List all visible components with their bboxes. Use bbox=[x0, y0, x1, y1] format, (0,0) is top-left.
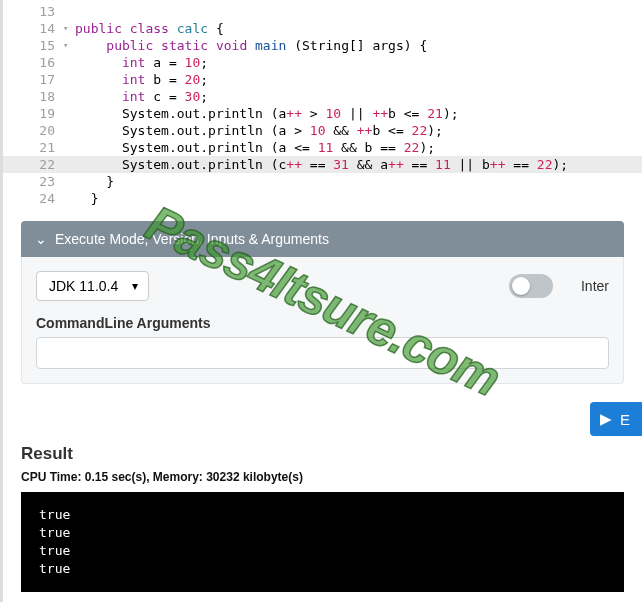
result-heading: Result bbox=[21, 444, 624, 464]
code-line[interactable]: 23 } bbox=[3, 173, 642, 190]
line-number: 23 bbox=[3, 173, 63, 190]
line-number: 22 bbox=[3, 156, 63, 173]
code-editor[interactable]: 1314▾public class calc {15▾ public stati… bbox=[3, 0, 642, 207]
line-number: 18 bbox=[3, 88, 63, 105]
code-text: System.out.println (a++ > 10 || ++b <= 2… bbox=[75, 105, 459, 122]
line-number: 17 bbox=[3, 71, 63, 88]
line-number: 16 bbox=[3, 54, 63, 71]
code-line[interactable]: 18 int c = 30; bbox=[3, 88, 642, 105]
fold-icon[interactable]: ▾ bbox=[63, 37, 75, 54]
panel-title: Execute Mode, Version, Inputs & Argument… bbox=[55, 231, 329, 247]
line-number: 24 bbox=[3, 190, 63, 207]
code-line[interactable]: 16 int a = 10; bbox=[3, 54, 642, 71]
jdk-select-value: JDK 11.0.4 bbox=[49, 278, 118, 294]
line-number: 19 bbox=[3, 105, 63, 122]
code-text: System.out.println (c++ == 31 && a++ == … bbox=[75, 156, 568, 173]
code-text: int b = 20; bbox=[75, 71, 208, 88]
code-text: int c = 30; bbox=[75, 88, 208, 105]
interactive-toggle[interactable] bbox=[509, 274, 553, 298]
code-text: public class calc { bbox=[75, 20, 224, 37]
code-text: public static void main (String[] args) … bbox=[75, 37, 427, 54]
jdk-select[interactable]: JDK 11.0.4 bbox=[36, 271, 149, 301]
settings-panel-body: JDK 11.0.4 Inter CommandLine Arguments bbox=[21, 257, 624, 384]
settings-panel-header[interactable]: ⌄ Execute Mode, Version, Inputs & Argume… bbox=[21, 221, 624, 257]
fold-icon[interactable]: ▾ bbox=[63, 20, 75, 37]
code-line[interactable]: 15▾ public static void main (String[] ar… bbox=[3, 37, 642, 54]
chevron-down-icon: ⌄ bbox=[35, 231, 47, 247]
line-number: 21 bbox=[3, 139, 63, 156]
code-text: } bbox=[75, 173, 114, 190]
code-text: } bbox=[75, 190, 98, 207]
code-text: int a = 10; bbox=[75, 54, 208, 71]
interactive-toggle-label: Inter bbox=[581, 278, 609, 294]
code-line[interactable]: 24 } bbox=[3, 190, 642, 207]
code-text: System.out.println (a > 10 && ++b <= 22)… bbox=[75, 122, 443, 139]
code-line[interactable]: 13 bbox=[3, 3, 642, 20]
cpu-time-label: CPU Time: 0.15 sec(s), Memory: 30232 kil… bbox=[21, 470, 624, 484]
code-line[interactable]: 20 System.out.println (a > 10 && ++b <= … bbox=[3, 122, 642, 139]
code-line[interactable]: 22 System.out.println (c++ == 31 && a++ … bbox=[3, 156, 642, 173]
code-line[interactable]: 17 int b = 20; bbox=[3, 71, 642, 88]
console-output: true true true true bbox=[21, 492, 624, 592]
code-line[interactable]: 19 System.out.println (a++ > 10 || ++b <… bbox=[3, 105, 642, 122]
execute-button[interactable]: ▶ E bbox=[590, 402, 642, 436]
line-number: 14 bbox=[3, 20, 63, 37]
execute-button-label: E bbox=[620, 411, 630, 428]
code-text: System.out.println (a <= 11 && b == 22); bbox=[75, 139, 435, 156]
cla-input[interactable] bbox=[36, 337, 609, 369]
line-number: 15 bbox=[3, 37, 63, 54]
line-number: 13 bbox=[3, 3, 63, 20]
line-number: 20 bbox=[3, 122, 63, 139]
play-icon: ▶ bbox=[600, 410, 612, 428]
code-line[interactable]: 14▾public class calc { bbox=[3, 20, 642, 37]
cla-label: CommandLine Arguments bbox=[36, 315, 609, 331]
code-line[interactable]: 21 System.out.println (a <= 11 && b == 2… bbox=[3, 139, 642, 156]
